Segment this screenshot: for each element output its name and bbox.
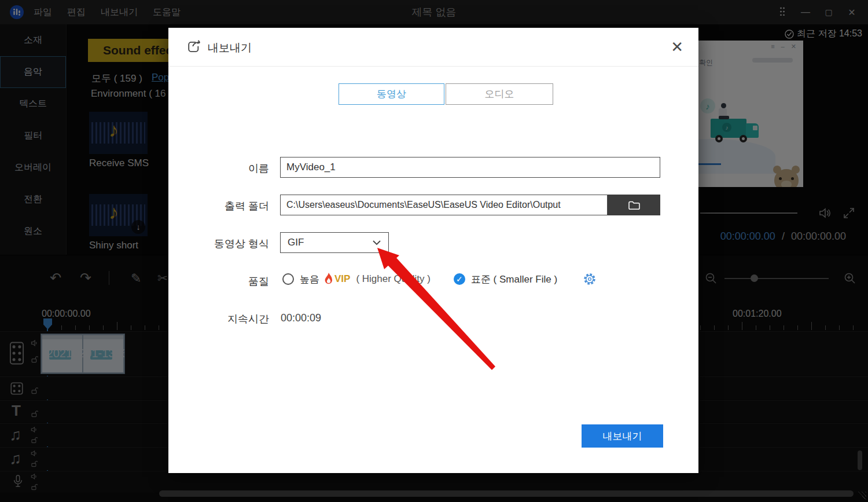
app-window: 파일 편집 내보내기 도움말 제목 없음 — ▢ ✕ 최근 저장 14:53 소…: [0, 0, 868, 502]
video-format-label: 동영상 형식: [168, 237, 269, 251]
duration-value: 00:00:09: [281, 312, 321, 324]
output-folder-input[interactable]: [280, 195, 608, 215]
chevron-down-icon: [372, 240, 381, 245]
quality-standard-text[interactable]: 표준 ( Smaller File ): [471, 273, 557, 286]
quality-high-radio[interactable]: [282, 273, 294, 285]
name-label: 이름: [168, 162, 269, 175]
name-input[interactable]: [280, 157, 660, 178]
vip-badge: VIP: [334, 273, 350, 285]
video-format-dropdown[interactable]: GIF: [280, 232, 389, 253]
duration-label: 지속시간: [168, 312, 269, 326]
settings-gear-icon[interactable]: [583, 272, 597, 286]
dialog-title: 내보내기: [208, 41, 252, 56]
export-dialog: 내보내기 ✕ 동영상 오디오 이름 출력 폴더 동영상 형식 GIF 품질 높음: [168, 28, 698, 473]
tab-video[interactable]: 동영상: [339, 83, 444, 105]
output-folder-label: 출력 폴더: [168, 199, 269, 213]
quality-high-suffix: ( Higher Quality ): [356, 273, 430, 285]
quality-label: 품질: [168, 274, 269, 288]
vip-flame-icon: [323, 272, 334, 286]
folder-icon: [628, 200, 641, 210]
quality-high-text[interactable]: 높음: [300, 273, 319, 286]
export-icon: [186, 38, 203, 56]
quality-standard-radio[interactable]: ✓: [454, 273, 465, 285]
export-dialog-header: 내보내기 ✕: [168, 28, 698, 67]
dialog-close-icon[interactable]: ✕: [671, 38, 683, 56]
export-confirm-button[interactable]: 내보내기: [582, 424, 663, 448]
browse-folder-button[interactable]: [608, 195, 660, 215]
tab-audio[interactable]: 오디오: [446, 83, 553, 105]
format-value: GIF: [288, 237, 304, 248]
